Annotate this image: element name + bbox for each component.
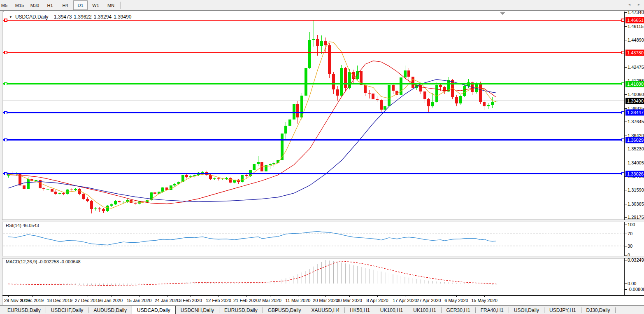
line-handle[interactable] <box>5 83 7 85</box>
chart-tab-uk100-10[interactable]: UK100,H1 <box>408 306 441 314</box>
price-badge[interactable]: 1.33026 <box>625 171 644 177</box>
date-axis-label: 21 Feb 2020 <box>233 298 259 303</box>
chart-tab-xauusd-7[interactable]: XAUUSD,H4 <box>306 306 344 314</box>
chart-tab-usdcad-3[interactable]: USDCAD,Daily <box>132 306 176 314</box>
macd-axis-tick-mark <box>625 284 627 284</box>
price-axis-tick-label: 1.30365 <box>628 202 644 206</box>
macd-indicator-pane[interactable]: MACD(12,26,9) -0.002258 -0.000648 <box>3 258 624 295</box>
price-axis-tick-mark <box>625 40 627 40</box>
chart-tab-usoil-13[interactable]: USOil,Daily <box>509 306 544 314</box>
macd-axis-tick-label: -0.008086 <box>628 287 644 292</box>
timeframe-button-mn[interactable]: MN <box>104 0 118 10</box>
rsi-axis-tick-label: 30 <box>628 244 632 248</box>
ohlc-open: 1.39473 <box>54 14 72 20</box>
main-chart-pane[interactable]: ▼USDCAD,Daily 1.394731.396221.392941.394… <box>3 12 624 220</box>
chart-tab-ger30-11[interactable]: GER30,H1 <box>442 306 475 314</box>
date-axis-label: 6 Jan 2020 <box>100 298 123 303</box>
price-axis-tick-label: 1.37645 <box>628 119 644 124</box>
chart-tab-eurusd-0[interactable]: EURUSD,Daily <box>2 306 46 314</box>
macd-axis-tick-mark <box>625 289 627 290</box>
ohlc-low: 1.39294 <box>94 14 112 20</box>
chart-tab-fra40-12[interactable]: FRA40,H1 <box>476 306 509 314</box>
line-handle[interactable] <box>5 111 7 114</box>
price-axis-tick-mark <box>625 163 627 163</box>
date-axis-label: 18 Dec 2019 <box>47 298 72 303</box>
toolbar-separator <box>120 2 121 9</box>
line-handle[interactable] <box>5 19 7 21</box>
timeframe-button-m5[interactable]: M5 <box>0 0 12 10</box>
timeframe-button-h1[interactable]: H1 <box>43 0 57 10</box>
price-axis-tick-label: 1.40060 <box>628 92 644 97</box>
pane-separator[interactable] <box>2 220 644 222</box>
ohlc-high: 1.39622 <box>74 14 91 20</box>
chart-tab-bar: EURUSD,DailyUSDCHF,DailyAUDUSD,DailyUSDC… <box>0 305 644 314</box>
tab-scroll-arrows: ◂ ▸ <box>628 0 640 9</box>
macd-axis-tick-label: 0.00 <box>628 281 636 286</box>
price-badge[interactable]: 1.46651 <box>625 17 644 23</box>
timeframe-button-m15[interactable]: M15 <box>12 0 27 10</box>
tab-divider <box>615 307 616 313</box>
timeframe-toolbar: M5M15M30H1H4D1W1MN <box>0 0 644 10</box>
price-axis-tick-mark <box>625 26 627 27</box>
chart-tab-usdjpy-14[interactable]: USDJPY,H1 <box>544 306 581 314</box>
date-axis-label: 11 Mar 2020 <box>286 298 311 303</box>
rsi-indicator-pane[interactable]: RSI(14) 46.0543 <box>3 221 624 256</box>
rsi-label: RSI(14) 46.0543 <box>6 223 39 228</box>
chart-tab-dj30-15[interactable]: DJ30,Daily <box>581 306 615 314</box>
rsi-line <box>8 231 496 245</box>
date-axis[interactable]: 29 Nov 20199 Dec 201918 Dec 201927 Dec 2… <box>3 296 624 305</box>
date-axis-label: 6 May 2020 <box>444 298 468 303</box>
date-axis-label: 2 Mar 2020 <box>258 298 281 303</box>
chart-shift-marker-icon[interactable] <box>500 12 505 15</box>
date-axis-label: 20 Mar 2020 <box>313 298 338 303</box>
price-badge[interactable]: 1.38447 <box>625 110 644 116</box>
trading-platform-window: M5M15M30H1H4D1W1MN ▼USDCAD,Daily 1.39473… <box>0 0 644 314</box>
price-badge[interactable]: 1.43780 <box>625 50 644 56</box>
chart-dropdown-icon[interactable]: ▼ <box>9 15 12 19</box>
price-axis-tick-label: 1.35230 <box>628 146 644 151</box>
price-axis[interactable]: 1.473401.461151.448901.424751.412851.400… <box>624 12 644 295</box>
chart-symbol-label: USDCAD,Daily <box>15 14 49 20</box>
line-handle[interactable] <box>5 173 7 175</box>
rsi-axis-tick-label: 70 <box>628 231 632 236</box>
price-badge[interactable]: 1.41000 <box>625 81 644 87</box>
line-handle[interactable] <box>5 52 7 54</box>
price-axis-tick-mark <box>625 122 627 122</box>
price-axis-tick-label: 1.42475 <box>628 65 644 70</box>
timeframe-button-h4[interactable]: H4 <box>58 0 72 10</box>
window-top-border <box>0 10 644 11</box>
chart-tab-eurusd-5[interactable]: EURUSD,Daily <box>219 306 263 314</box>
price-axis-tick-mark <box>625 94 627 95</box>
date-axis-label: 17 Apr 2020 <box>393 298 417 303</box>
date-axis-label: 30 Mar 2020 <box>337 298 362 303</box>
tab-scroll-right-icon[interactable]: ▸ <box>638 2 640 7</box>
timeframe-button-w1[interactable]: W1 <box>88 0 103 10</box>
timeframe-button-d1[interactable]: D1 <box>73 0 88 10</box>
price-axis-tick-label: 1.29175 <box>628 215 644 220</box>
date-axis-label: 24 Jan 2020 <box>155 298 180 303</box>
chart-tab-audusd-2[interactable]: AUDUSD,Daily <box>88 306 132 314</box>
chart-tab-hk50-8[interactable]: HK50,H1 <box>345 306 375 314</box>
price-axis-tick-mark <box>625 204 627 204</box>
macd-label: MACD(12,26,9) -0.002258 -0.000648 <box>6 259 81 264</box>
price-badge[interactable]: 1.36029 <box>625 137 644 143</box>
rsi-axis-tick-mark <box>625 225 627 225</box>
date-axis-label: 15 May 2020 <box>471 298 498 303</box>
macd-histogram <box>8 260 496 286</box>
tab-scroll-left-icon[interactable]: ◂ <box>628 2 630 7</box>
line-handle[interactable] <box>5 139 7 141</box>
macd-axis-tick-mark <box>625 260 627 260</box>
chart-tab-uk100-9[interactable]: UK100,H1 <box>375 306 408 314</box>
price-axis-tick-mark <box>625 67 627 68</box>
pane-separator <box>2 295 644 296</box>
pane-separator[interactable] <box>2 256 644 258</box>
date-axis-label: 3 Feb 2020 <box>179 298 202 303</box>
date-axis-label: 27 Apr 2020 <box>416 298 441 303</box>
chart-tab-usdcnh-4[interactable]: USDCNH,Daily <box>176 306 219 314</box>
date-axis-label: 15 Jan 2020 <box>127 298 152 303</box>
rsi-axis-tick-mark <box>625 246 627 246</box>
timeframe-button-m30[interactable]: M30 <box>28 0 42 10</box>
price-axis-tick-label: 1.31590 <box>628 187 644 192</box>
chart-tab-usdchf-1[interactable]: USDCHF,Daily <box>46 306 88 314</box>
chart-tab-gbpusd-6[interactable]: GBPUSD,Daily <box>263 306 306 314</box>
